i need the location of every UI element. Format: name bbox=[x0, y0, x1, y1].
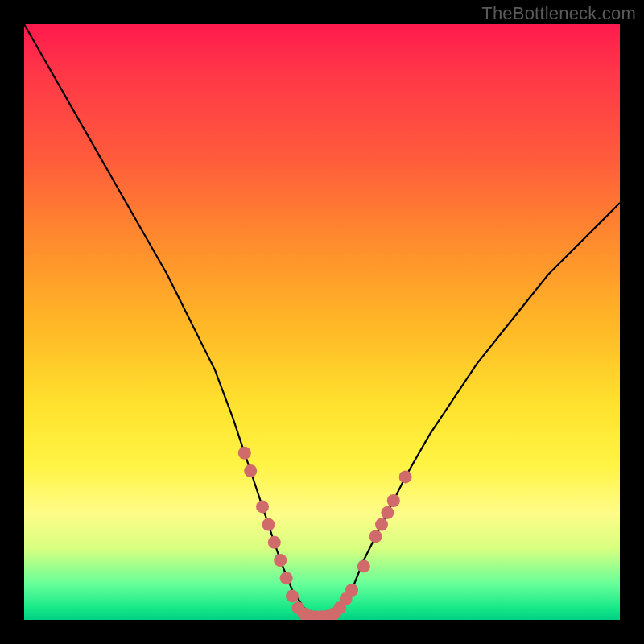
bottleneck-curve bbox=[24, 24, 620, 617]
curve-marker bbox=[381, 506, 394, 519]
curve-marker bbox=[262, 518, 275, 531]
curve-markers bbox=[238, 447, 412, 620]
curve-marker bbox=[375, 518, 388, 531]
plot-area bbox=[24, 24, 620, 620]
watermark-text: TheBottleneck.com bbox=[481, 3, 636, 24]
curve-marker bbox=[345, 584, 358, 597]
curve-marker bbox=[280, 572, 293, 584]
curve-marker bbox=[268, 536, 281, 549]
curve-marker bbox=[238, 447, 251, 460]
curve-marker bbox=[274, 554, 287, 567]
curve-marker bbox=[357, 559, 370, 572]
curve-marker bbox=[286, 589, 299, 602]
chart-frame: TheBottleneck.com bbox=[0, 0, 644, 644]
curve-marker bbox=[387, 494, 400, 507]
curve-marker bbox=[399, 470, 412, 483]
curve-marker bbox=[256, 500, 269, 513]
curve-layer bbox=[24, 24, 620, 620]
curve-marker bbox=[369, 530, 382, 543]
curve-marker bbox=[244, 464, 257, 477]
